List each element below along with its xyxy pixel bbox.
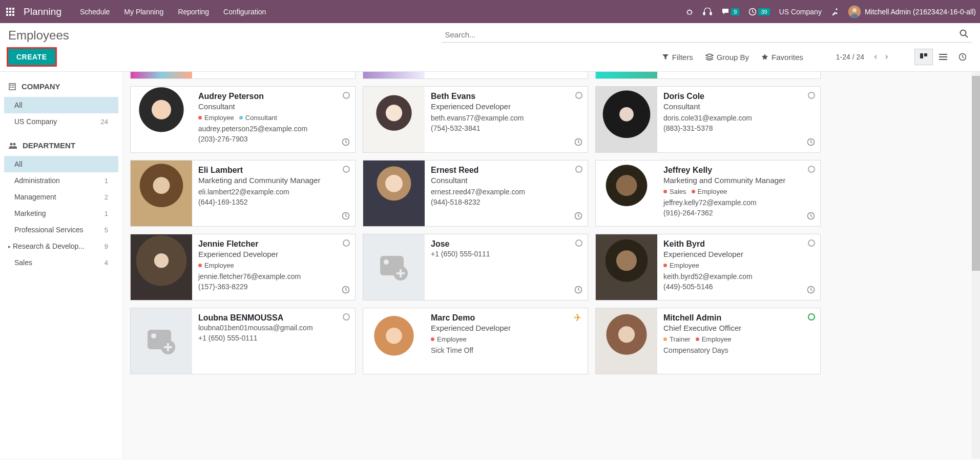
activity-clock-icon[interactable] <box>807 138 815 148</box>
employee-card[interactable]: Jeffrey KellyMarketing and Community Man… <box>595 160 821 227</box>
employee-phone: +1 (650) 555-0111 <box>198 334 349 342</box>
list-view-button[interactable] <box>934 49 952 65</box>
employee-card[interactable]: Audrey PetersonConsultantEmployeeConsult… <box>130 86 356 153</box>
presence-indicator[interactable] <box>575 166 582 173</box>
nav-configuration[interactable]: Configuration <box>223 8 266 16</box>
presence-indicator[interactable] <box>808 92 815 99</box>
svg-rect-10 <box>703 12 705 15</box>
activity-clock-icon[interactable] <box>574 138 582 148</box>
plane-icon <box>574 313 582 324</box>
employee-card[interactable]: Beth EvansExperienced Developerbeth.evan… <box>363 86 588 153</box>
app-brand[interactable]: Planning <box>24 6 61 17</box>
sidebar-item-count: 2 <box>105 193 108 201</box>
activity-view-button[interactable] <box>953 49 972 65</box>
tag: Employee <box>663 262 699 269</box>
svg-point-44 <box>151 333 156 338</box>
svg-rect-7 <box>9 14 11 16</box>
presence-indicator[interactable] <box>808 313 815 321</box>
support-icon[interactable] <box>703 8 712 16</box>
user-menu[interactable]: Mitchell Admin (21623424-16-0-all) <box>848 6 976 18</box>
pager-prev-button[interactable] <box>870 52 881 62</box>
layers-icon <box>705 53 714 61</box>
sidebar-item-dept-4[interactable]: Professional Services5 <box>4 222 118 238</box>
tag: Employee <box>198 262 234 269</box>
presence-indicator[interactable] <box>343 92 350 99</box>
employee-phone: (644)-169-1352 <box>198 198 349 206</box>
nav-my-planning[interactable]: My Planning <box>124 8 163 16</box>
employee-card[interactable]: Jose+1 (650) 555-0111 <box>363 234 588 301</box>
employee-phone: (449)-505-5146 <box>663 283 814 291</box>
tools-icon[interactable] <box>831 8 839 16</box>
sidebar-item-company-1[interactable]: US Company24 <box>4 113 118 130</box>
employee-title: Marketing and Community Manager <box>198 176 349 185</box>
scroll-thumb[interactable] <box>972 76 980 271</box>
tag: Employee <box>692 188 727 195</box>
search-input[interactable] <box>442 28 956 41</box>
nav-schedule[interactable]: Schedule <box>80 8 110 16</box>
page-title: Employees <box>8 28 69 43</box>
presence-indicator[interactable] <box>575 239 582 247</box>
sidebar-item-dept-0[interactable]: All <box>4 156 118 172</box>
employee-card[interactable]: Eli LambertMarketing and Community Manag… <box>130 160 356 227</box>
employee-name: Ernest Reed <box>431 166 581 175</box>
sidebar-item-dept-6[interactable]: Sales4 <box>4 254 118 271</box>
nav-reporting[interactable]: Reporting <box>178 8 209 16</box>
employee-card[interactable]: Jennie FletcherExperienced DeveloperEmpl… <box>130 234 356 301</box>
presence-indicator[interactable] <box>808 166 815 173</box>
employee-email: jennie.fletcher76@example.com <box>198 272 349 281</box>
employee-title: Experienced Developer <box>198 250 349 258</box>
sidebar-item-label: All <box>14 101 108 109</box>
sidebar-item-dept-1[interactable]: Administration1 <box>4 172 118 189</box>
presence-indicator[interactable] <box>343 166 350 173</box>
search-icon[interactable] <box>956 29 972 41</box>
sidebar-item-label: Marketing <box>14 209 105 217</box>
activities-icon[interactable]: 39 <box>748 8 769 16</box>
activity-clock-icon[interactable] <box>807 212 815 222</box>
favorites-button[interactable]: Favorites <box>761 53 803 62</box>
activity-clock-icon[interactable] <box>574 212 582 222</box>
employee-photo <box>363 234 425 300</box>
filters-button[interactable]: Filters <box>662 53 693 62</box>
company-selector[interactable]: US Company <box>779 8 822 16</box>
card-partial[interactable] <box>595 72 821 79</box>
employee-card[interactable]: Marc DemoExperienced DeveloperEmployeeSi… <box>363 308 588 374</box>
presence-indicator[interactable] <box>808 239 815 247</box>
employee-card[interactable]: Doris ColeConsultantdoris.cole31@example… <box>595 86 821 153</box>
activity-clock-icon[interactable] <box>807 286 815 296</box>
kanban-view-button[interactable] <box>914 49 933 65</box>
card-partial[interactable] <box>363 72 588 79</box>
svg-rect-16 <box>920 53 923 58</box>
employee-card[interactable]: Mitchell AdminChief Executive OfficerTra… <box>595 308 821 374</box>
svg-rect-18 <box>939 54 947 55</box>
employee-title: Consultant <box>431 176 581 185</box>
svg-point-39 <box>384 259 389 265</box>
apps-menu-icon[interactable] <box>4 6 16 18</box>
pager-counter[interactable]: 1-24 / 24 <box>836 53 864 61</box>
sidebar-item-company-0[interactable]: All <box>4 97 118 113</box>
activity-clock-icon[interactable] <box>342 212 350 222</box>
create-button[interactable]: CREATE <box>8 49 55 65</box>
sidebar-item-dept-3[interactable]: Marketing1 <box>4 205 118 222</box>
pager-next-button[interactable] <box>882 52 892 62</box>
scrollbar[interactable] <box>972 72 980 458</box>
sidebar-item-dept-2[interactable]: Management2 <box>4 189 118 205</box>
employee-status: Compensatory Days <box>663 346 814 354</box>
sidebar-item-dept-5[interactable]: ▸Research & Develop...9 <box>4 238 118 254</box>
employee-card[interactable]: Keith ByrdExperienced DeveloperEmployeek… <box>595 234 821 301</box>
presence-indicator[interactable] <box>575 92 582 99</box>
card-partial[interactable] <box>130 72 356 79</box>
employee-card[interactable]: Loubna BENMOUSSAloubna01ben01moussa@gmai… <box>130 308 356 374</box>
activity-clock-icon[interactable] <box>342 286 350 296</box>
employee-photo <box>363 87 425 152</box>
tag: Employee <box>431 335 467 343</box>
activity-clock-icon[interactable] <box>342 138 350 148</box>
debug-icon[interactable] <box>685 8 694 16</box>
employee-card[interactable]: Ernest ReedConsultanternest.reed47@examp… <box>363 160 588 227</box>
presence-indicator[interactable] <box>343 239 350 247</box>
activity-clock-icon[interactable] <box>574 286 582 296</box>
sidebar-item-label: Management <box>14 193 105 201</box>
messages-icon[interactable]: 9 <box>721 8 739 16</box>
groupby-button[interactable]: Group By <box>705 53 749 62</box>
svg-rect-19 <box>939 56 947 57</box>
presence-indicator[interactable] <box>343 313 350 321</box>
